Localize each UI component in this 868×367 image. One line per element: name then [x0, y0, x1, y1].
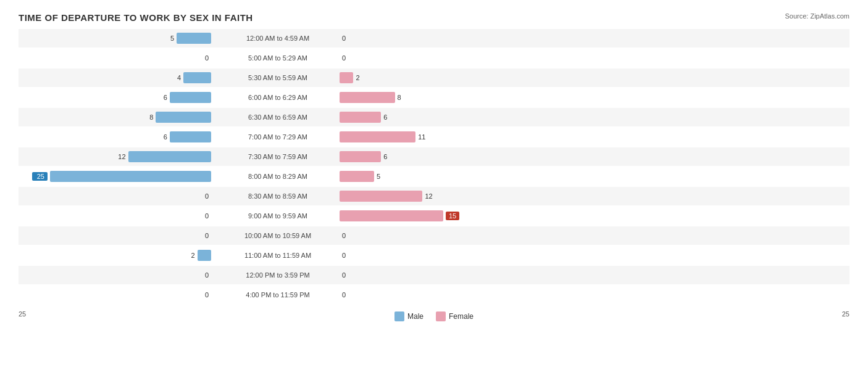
- chart-row: 0 4:00 PM to 11:59 PM 0: [19, 286, 849, 304]
- left-bar-container: 12: [32, 151, 211, 162]
- male-value: 5: [159, 35, 174, 42]
- male-value: 4: [165, 74, 181, 81]
- legend-male: Male: [394, 311, 424, 321]
- legend-female-box: [436, 311, 446, 321]
- right-section: 2: [340, 72, 849, 83]
- right-section: 0: [340, 230, 849, 241]
- right-section: 15: [340, 210, 849, 221]
- chart-container: TIME OF DEPARTURE TO WORK BY SEX IN FAIT…: [0, 0, 868, 367]
- left-bar-container: 0: [32, 52, 211, 64]
- time-label: 7:00 AM to 7:29 AM: [216, 133, 340, 141]
- female-value: 0: [342, 271, 346, 279]
- chart-row: 0 8:30 AM to 8:59 AM 12: [19, 187, 849, 205]
- left-bar-container: 25: [32, 171, 211, 182]
- time-label: 12:00 PM to 3:59 PM: [216, 271, 340, 279]
- female-bar: [340, 92, 395, 103]
- left-bar-container: 0: [32, 289, 211, 300]
- left-section: 8: [19, 112, 216, 123]
- male-value: 0: [193, 54, 209, 62]
- left-section: 4: [19, 72, 216, 83]
- male-value: 2: [180, 252, 195, 259]
- legend-male-box: [394, 311, 404, 321]
- female-bar: [340, 131, 415, 142]
- male-bar: [170, 131, 211, 142]
- female-value: 0: [342, 291, 346, 299]
- axis-right-label: 25: [842, 310, 849, 318]
- female-value: 12: [425, 192, 432, 200]
- right-section: 6: [340, 151, 849, 162]
- female-bar: [340, 151, 381, 162]
- male-value: 0: [193, 291, 209, 299]
- female-value: 0: [342, 35, 346, 42]
- legend: Male Female: [394, 311, 474, 321]
- time-label: 7:30 AM to 7:59 AM: [216, 153, 340, 160]
- left-section: 12: [19, 151, 216, 162]
- time-label: 11:00 AM to 11:59 AM: [216, 252, 340, 259]
- female-value: 6: [383, 113, 387, 121]
- right-section: 5: [340, 171, 849, 182]
- left-bar-container: 5: [32, 33, 211, 44]
- left-bar-container: 6: [32, 92, 211, 103]
- time-label: 8:30 AM to 8:59 AM: [216, 192, 340, 200]
- male-value: 8: [138, 113, 153, 121]
- left-bar-container: 0: [32, 270, 211, 281]
- female-value: 5: [377, 173, 380, 180]
- left-section: 6: [19, 131, 216, 142]
- left-section: 0: [19, 191, 216, 202]
- left-section: 0: [19, 289, 216, 300]
- female-value: 6: [383, 153, 387, 160]
- chart-row: 0 5:00 AM to 5:29 AM 0: [19, 49, 849, 67]
- male-bar: [198, 250, 211, 261]
- time-label: 5:00 AM to 5:29 AM: [216, 54, 340, 62]
- male-bar: [177, 33, 211, 44]
- time-label: 4:00 PM to 11:59 PM: [216, 291, 340, 299]
- chart-row: 25 8:00 AM to 8:29 AM 5: [19, 167, 849, 186]
- left-bar-container: 6: [32, 131, 211, 142]
- left-section: 0: [19, 52, 216, 64]
- legend-female: Female: [436, 311, 474, 321]
- chart-row: 0 9:00 AM to 9:59 AM 15: [19, 207, 849, 225]
- chart-row: 8 6:30 AM to 6:59 AM 6: [19, 108, 849, 126]
- chart-row: 4 5:30 AM to 5:59 AM 2: [19, 68, 849, 87]
- left-section: 6: [19, 92, 216, 103]
- female-bar: [340, 210, 443, 221]
- left-section: 5: [19, 33, 216, 44]
- time-label: 9:00 AM to 9:59 AM: [216, 212, 340, 220]
- time-label: 12:00 AM to 4:59 AM: [216, 35, 340, 42]
- male-bar: [183, 72, 211, 83]
- female-bar: [340, 171, 374, 182]
- left-section: 2: [19, 250, 216, 261]
- left-bar-container: 2: [32, 250, 211, 261]
- male-value: 0: [193, 271, 209, 279]
- female-bar: [340, 112, 381, 123]
- left-bar-container: 4: [32, 72, 211, 83]
- left-bar-container: 0: [32, 210, 211, 221]
- left-section: 0: [19, 210, 216, 221]
- female-value: 0: [342, 252, 346, 259]
- chart-row: 0 10:00 AM to 10:59 AM 0: [19, 226, 849, 245]
- male-bar: [170, 92, 211, 103]
- male-bar: [156, 112, 211, 123]
- left-section: 25: [19, 171, 216, 182]
- female-bar: [340, 191, 422, 202]
- chart-row: 5 12:00 AM to 4:59 AM 0: [19, 29, 849, 47]
- left-bar-container: 0: [32, 191, 211, 202]
- female-value: 11: [418, 133, 425, 141]
- right-section: 0: [340, 52, 849, 64]
- male-value: 0: [193, 232, 209, 239]
- chart-area: 5 12:00 AM to 4:59 AM 0 0 5:00 AM to 5:2…: [19, 29, 849, 304]
- left-section: 0: [19, 230, 216, 241]
- right-section: 8: [340, 92, 849, 103]
- left-section: 0: [19, 270, 216, 281]
- bottom-axis-row: 25 Male Female 25: [19, 307, 849, 321]
- right-section: 6: [340, 112, 849, 123]
- male-value: 12: [111, 153, 126, 160]
- female-value: 2: [356, 74, 359, 81]
- male-bar: [50, 171, 211, 182]
- male-value: 0: [193, 192, 209, 200]
- female-value: 8: [398, 94, 401, 101]
- time-label: 6:30 AM to 6:59 AM: [216, 113, 340, 121]
- time-label: 5:30 AM to 5:59 AM: [216, 74, 340, 81]
- chart-row: 12 7:30 AM to 7:59 AM 6: [19, 147, 849, 166]
- right-section: 0: [340, 270, 849, 281]
